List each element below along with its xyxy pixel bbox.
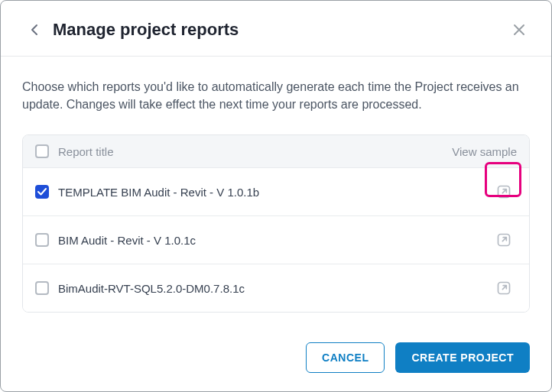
report-title: BIM Audit - Revit - V 1.0.1c — [57, 234, 433, 247]
report-title: BimAudit-RVT-SQL5.2.0-DM0.7.8.1c — [57, 282, 433, 295]
chevron-left-icon — [31, 24, 38, 36]
table-header: Report title View sample — [23, 135, 529, 167]
dialog-body: Choose which reports you'd like to autom… — [1, 57, 551, 326]
dialog-footer: CANCEL CREATE PROJECT — [1, 326, 551, 391]
view-sample-button[interactable] — [491, 179, 517, 205]
back-button[interactable] — [25, 21, 44, 39]
create-project-button[interactable]: CREATE PROJECT — [395, 342, 530, 373]
select-all-cell — [35, 144, 57, 158]
dialog-title: Manage project reports — [53, 20, 508, 40]
view-sample-button[interactable] — [491, 227, 517, 253]
view-sample-button[interactable] — [491, 275, 517, 301]
report-checkbox[interactable] — [35, 233, 49, 247]
cancel-button[interactable]: CANCEL — [306, 342, 385, 373]
close-icon — [513, 24, 525, 36]
manage-reports-dialog: Manage project reports Choose which repo… — [0, 0, 552, 392]
external-link-icon — [496, 232, 511, 248]
report-checkbox[interactable] — [35, 281, 49, 295]
dialog-header: Manage project reports — [1, 1, 551, 57]
table-row: BIM Audit - Revit - V 1.0.1c — [23, 215, 529, 264]
external-link-icon — [496, 280, 511, 296]
column-report-title: Report title — [57, 145, 433, 158]
close-button[interactable] — [508, 19, 530, 40]
column-view-sample: View sample — [433, 145, 517, 158]
report-checkbox[interactable] — [35, 185, 49, 199]
reports-table: Report title View sample TEMPLATE BIM Au… — [22, 134, 530, 313]
table-row: TEMPLATE BIM Audit - Revit - V 1.0.1b — [23, 167, 529, 215]
select-all-checkbox[interactable] — [35, 144, 49, 158]
dialog-description: Choose which reports you'd like to autom… — [22, 78, 530, 113]
report-title: TEMPLATE BIM Audit - Revit - V 1.0.1b — [57, 186, 433, 199]
table-row: BimAudit-RVT-SQL5.2.0-DM0.7.8.1c — [23, 264, 529, 312]
external-link-icon — [496, 184, 511, 199]
